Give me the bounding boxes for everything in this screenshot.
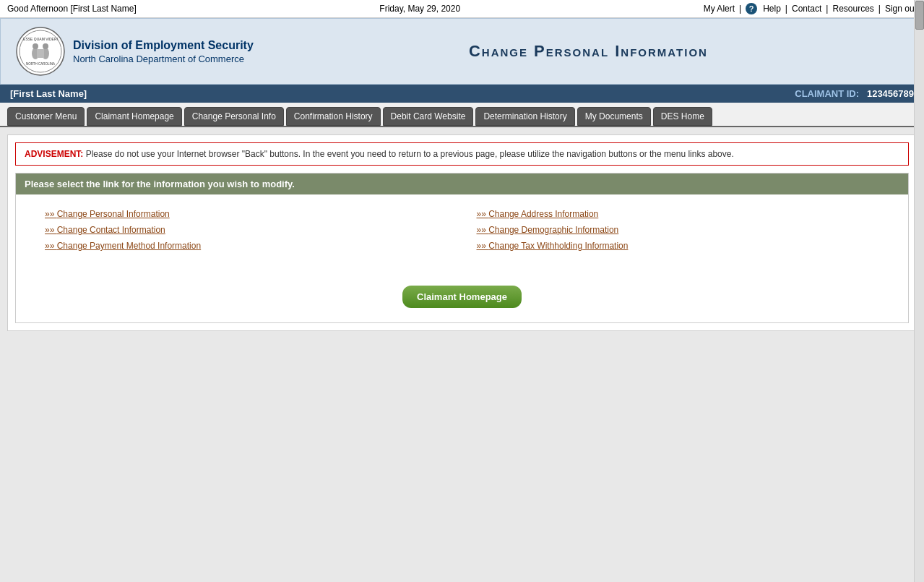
scrollbar-thumb[interactable] xyxy=(915,1,924,30)
svg-rect-8 xyxy=(37,49,44,58)
state-seal: ESSE QUAM VIDERI NORTH CAROLINA xyxy=(15,26,66,77)
claimant-homepage-button[interactable]: Claimant Homepage xyxy=(402,286,522,308)
sign-out-link[interactable]: Sign out xyxy=(885,4,917,14)
advisement-text: Please do not use your Internet browser … xyxy=(83,149,733,159)
header: ESSE QUAM VIDERI NORTH CAROLINA Division… xyxy=(0,18,924,85)
claimant-id-label: CLAIMANT ID: xyxy=(795,88,859,99)
scrollbar[interactable] xyxy=(914,0,924,338)
nav-tab-determination-history[interactable]: Determination History xyxy=(475,107,574,126)
nav-tab-my-documents[interactable]: My Documents xyxy=(577,107,651,126)
resources-link[interactable]: Resources xyxy=(832,4,873,14)
link-change-demographic-information[interactable]: Change Demographic Information xyxy=(477,225,880,235)
help-link[interactable]: Help xyxy=(763,4,781,14)
svg-point-7 xyxy=(43,43,48,49)
svg-text:NORTH CAROLINA: NORTH CAROLINA xyxy=(26,62,55,66)
link-change-tax-withholding-information[interactable]: Change Tax Withholding Information xyxy=(477,241,880,251)
top-bar: Good Afternoon [First Last Name] Friday,… xyxy=(0,0,924,18)
sep3: | xyxy=(826,4,828,14)
help-icon: ? xyxy=(746,3,757,14)
svg-text:ESSE QUAM VIDERI: ESSE QUAM VIDERI xyxy=(23,37,58,41)
nav-tab-des-home[interactable]: DES Home xyxy=(653,107,712,126)
advisement-box: ADVISEMENT: Please do not use your Inter… xyxy=(15,142,909,166)
page-title: Change Personal Information xyxy=(268,42,909,61)
nav-tabs: Customer MenuClaimant HomepageChange Per… xyxy=(0,103,924,127)
my-alert-link[interactable]: My Alert xyxy=(704,4,735,14)
name-bar: [First Last Name] CLAIMANT ID: 123456789 xyxy=(0,85,924,103)
nav-tab-change-personal-info[interactable]: Change Personal Info xyxy=(184,107,284,126)
link-change-personal-information[interactable]: Change Personal Information xyxy=(45,209,448,219)
svg-point-6 xyxy=(33,43,38,49)
nav-tab-customer-menu[interactable]: Customer Menu xyxy=(7,107,85,126)
page-title-area: Change Personal Information xyxy=(268,42,909,61)
agency-name: Division of Employment Security xyxy=(73,38,254,54)
button-area: Claimant Homepage xyxy=(16,271,908,322)
link-change-contact-information[interactable]: Change Contact Information xyxy=(45,225,448,235)
date: Friday, May 29, 2020 xyxy=(379,4,460,14)
link-change-payment-method-information[interactable]: Change Payment Method Information xyxy=(45,241,448,251)
nav-tab-confirmation-history[interactable]: Confirmation History xyxy=(286,107,381,126)
advisement-label: ADVISEMENT: xyxy=(25,149,83,159)
nav-tab-claimant-homepage[interactable]: Claimant Homepage xyxy=(87,107,181,126)
sep1: | xyxy=(739,4,741,14)
top-nav: My Alert | ? Help | Contact | Resources … xyxy=(704,3,917,14)
claimant-id-value: 123456789 xyxy=(867,88,914,99)
logo-area: ESSE QUAM VIDERI NORTH CAROLINA Division… xyxy=(15,26,254,77)
info-header: Please select the link for the informati… xyxy=(16,174,908,194)
agency-sub: North Carolina Department of Commerce xyxy=(73,54,254,64)
sep4: | xyxy=(878,4,881,14)
claimant-id-section: CLAIMANT ID: 123456789 xyxy=(795,88,914,99)
links-area: Change Personal InformationChange Contac… xyxy=(16,194,908,271)
links-column-right: Change Address InformationChange Demogra… xyxy=(477,209,880,257)
sep2: | xyxy=(785,4,787,14)
contact-link[interactable]: Contact xyxy=(792,4,821,14)
greeting: Good Afternoon [First Last Name] xyxy=(7,4,137,14)
links-column-left: Change Personal InformationChange Contac… xyxy=(45,209,448,257)
link-change-address-information[interactable]: Change Address Information xyxy=(477,209,880,219)
user-name: [First Last Name] xyxy=(10,88,87,99)
nav-tab-debit-card-website[interactable]: Debit Card Website xyxy=(383,107,474,126)
main-content: ADVISEMENT: Please do not use your Inter… xyxy=(7,134,917,331)
agency-info: Division of Employment Security North Ca… xyxy=(73,38,254,64)
info-section: Please select the link for the informati… xyxy=(15,173,909,323)
